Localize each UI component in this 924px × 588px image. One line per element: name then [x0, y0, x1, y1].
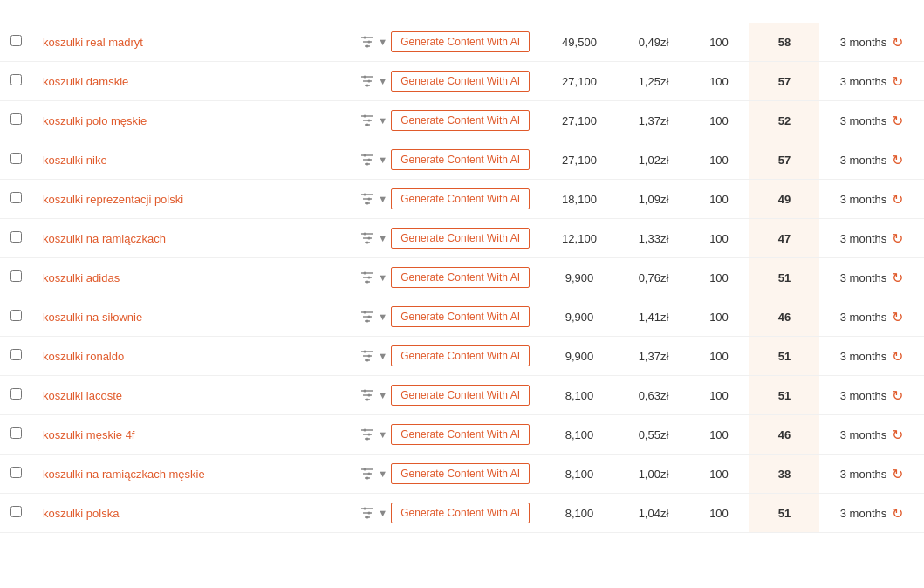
actions-group: ▼ Generate Content With AI [360, 345, 530, 366]
trend-cell: 3 months ↻ [819, 101, 924, 140]
ai-generate-button[interactable]: Generate Content With AI [391, 188, 530, 209]
refresh-icon[interactable]: ↻ [892, 309, 903, 325]
filter-icon[interactable] [360, 75, 374, 87]
table-row: koszulki polo męskie ▼ [0, 101, 924, 140]
actions-group: ▼ Generate Content With AI [360, 228, 530, 249]
row-checkbox[interactable] [10, 467, 22, 478]
keyword-link[interactable]: koszulki damskie [43, 75, 128, 88]
svg-point-33 [364, 233, 366, 236]
trend-label: 3 months [840, 311, 886, 324]
ai-generate-button[interactable]: Generate Content With AI [391, 228, 530, 249]
row-checkbox[interactable] [10, 35, 22, 46]
svg-point-9 [364, 76, 366, 79]
keyword-link[interactable]: koszulki adidas [43, 271, 120, 284]
filter-icon[interactable] [360, 428, 374, 441]
dropdown-icon[interactable]: ▼ [378, 194, 387, 204]
dropdown-icon[interactable]: ▼ [378, 351, 387, 361]
row-checkbox[interactable] [10, 270, 22, 282]
ai-generate-button[interactable]: Generate Content With AI [391, 345, 530, 366]
keyword-link[interactable]: koszulki reprezentacji polski [43, 193, 183, 206]
keyword-link[interactable]: koszulki lacoste [43, 389, 122, 402]
keyword-link[interactable]: koszulki na ramiączkach [43, 232, 166, 245]
ai-generate-button[interactable]: Generate Content With AI [391, 503, 530, 523]
ai-generate-button[interactable]: Generate Content With AI [391, 463, 530, 484]
score-cell: 52 [749, 101, 819, 140]
dropdown-icon[interactable]: ▼ [378, 272, 387, 283]
filter-icon[interactable] [360, 468, 374, 480]
dropdown-icon[interactable]: ▼ [378, 508, 387, 518]
refresh-icon[interactable]: ↻ [892, 230, 903, 247]
row-checkbox-cell [0, 337, 32, 376]
ai-generate-button[interactable]: Generate Content With AI [391, 149, 530, 170]
dropdown-icon[interactable]: ▼ [378, 115, 387, 126]
svg-point-5 [366, 45, 369, 48]
filter-icon[interactable] [360, 389, 374, 401]
keyword-link[interactable]: koszulki ronaldo [43, 350, 124, 363]
row-checkbox[interactable] [10, 427, 22, 439]
ai-generate-button[interactable]: Generate Content With AI [391, 71, 530, 92]
keyword-link[interactable]: koszulki real madryt [43, 36, 143, 49]
dropdown-icon[interactable]: ▼ [378, 154, 387, 165]
row-checkbox[interactable] [10, 231, 22, 243]
dropdown-icon[interactable]: ▼ [378, 429, 387, 440]
ai-generate-button[interactable]: Generate Content With AI [391, 267, 530, 288]
keyword-link[interactable]: koszulki męskie 4f [43, 428, 134, 441]
keyword-link[interactable]: koszulki na ramiączkach męskie [43, 468, 205, 481]
refresh-icon[interactable]: ↻ [892, 191, 903, 208]
filter-icon[interactable] [360, 36, 374, 48]
keyword-link[interactable]: koszulki polo męskie [43, 114, 147, 127]
filter-icon[interactable] [360, 271, 374, 284]
row-checkbox[interactable] [10, 113, 22, 125]
row-checkbox[interactable] [10, 153, 22, 164]
filter-icon[interactable] [360, 350, 374, 362]
filter-icon[interactable] [360, 232, 374, 244]
filter-icon[interactable] [360, 154, 374, 166]
filter-icon[interactable] [360, 193, 374, 205]
actions-group: ▼ Generate Content With AI [360, 385, 530, 406]
refresh-icon[interactable]: ↻ [892, 270, 903, 286]
table-row: koszulki lacoste ▼ [0, 376, 924, 415]
refresh-icon[interactable]: ↻ [892, 505, 903, 522]
dropdown-icon[interactable]: ▼ [378, 37, 387, 47]
row-checkbox[interactable] [10, 74, 22, 85]
dropdown-icon[interactable]: ▼ [378, 390, 387, 400]
dropdown-icon[interactable]: ▼ [378, 311, 387, 322]
svg-point-69 [364, 468, 366, 471]
score-cell: 46 [749, 415, 819, 455]
refresh-icon[interactable]: ↻ [892, 34, 903, 51]
row-checkbox[interactable] [10, 349, 22, 360]
filter-icon[interactable] [360, 507, 374, 519]
ai-generate-button[interactable]: Generate Content With AI [391, 306, 530, 327]
svg-point-28 [368, 198, 371, 201]
ai-generate-button[interactable]: Generate Content With AI [391, 110, 530, 131]
ai-generate-button[interactable]: Generate Content With AI [391, 31, 530, 52]
row-checkbox[interactable] [10, 192, 22, 203]
keyword-link[interactable]: koszulki nike [43, 154, 107, 167]
refresh-icon[interactable]: ↻ [892, 348, 903, 365]
filter-icon[interactable] [360, 114, 374, 126]
refresh-icon[interactable]: ↻ [892, 466, 903, 482]
refresh-icon[interactable]: ↻ [892, 73, 903, 90]
dropdown-icon[interactable]: ▼ [378, 233, 387, 243]
trend-cell: 3 months ↻ [819, 376, 924, 415]
refresh-icon[interactable]: ↻ [892, 113, 903, 129]
filter-icon[interactable] [360, 311, 374, 323]
actions-group: ▼ Generate Content With AI [360, 71, 530, 92]
refresh-icon[interactable]: ↻ [892, 387, 903, 404]
dropdown-icon[interactable]: ▼ [378, 468, 387, 479]
svg-point-10 [368, 80, 371, 83]
row-checkbox[interactable] [10, 506, 22, 517]
score-cell: 47 [749, 219, 819, 258]
refresh-icon[interactable]: ↻ [892, 427, 903, 443]
cpc-cell: 1,09zł [619, 180, 688, 219]
ai-generate-button[interactable]: Generate Content With AI [391, 424, 530, 445]
row-checkbox[interactable] [10, 388, 22, 400]
keyword-link[interactable]: koszulki na siłownie [43, 311, 142, 324]
dropdown-icon[interactable]: ▼ [378, 76, 387, 86]
keyword-link[interactable]: koszulki polska [43, 507, 119, 520]
refresh-icon[interactable]: ↻ [892, 152, 903, 168]
row-checkbox[interactable] [10, 310, 22, 321]
actions-cell: ▼ Generate Content With AI [350, 140, 540, 180]
ai-generate-button[interactable]: Generate Content With AI [391, 385, 530, 406]
table-row: koszulki nike ▼ Gen [0, 140, 924, 180]
